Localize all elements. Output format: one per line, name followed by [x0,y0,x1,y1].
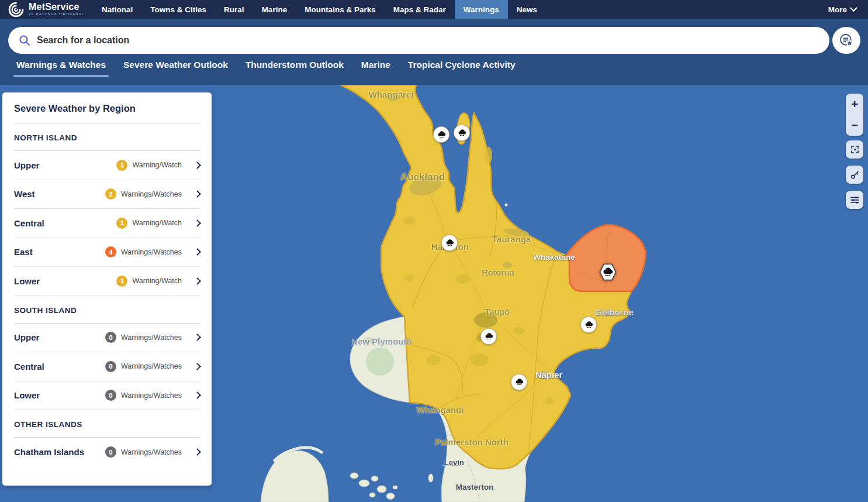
chevron-down-icon [850,4,857,12]
warning-count-badge: 0 [105,446,116,458]
tab-marine[interactable]: Marine [361,60,390,77]
warning-count-badge: 0 [105,332,116,343]
tab-warnings-watches[interactable]: Warnings & Watches [16,60,106,77]
warning-count-badge: 1 [116,276,127,287]
region-row-ni-lower[interactable]: Lower 1Warning/Watch [14,267,200,296]
saved-locations-button[interactable] [832,27,860,54]
nav-item-national[interactable]: National [93,0,141,19]
top-navbar: MetService TE RATONGA TIRORANGI National… [0,0,868,19]
zoom-in-button[interactable]: + [846,94,863,115]
subheader: Warnings & Watches Severe Weather Outloo… [0,19,868,85]
region-row-chatham-islands[interactable]: Chatham Islands 0Warnings/Watches [14,438,200,467]
rain-warning-icon[interactable] [511,374,527,390]
koru-logo-icon [8,2,24,18]
rain-warning-icon[interactable] [441,235,458,251]
warning-count-badge: 1 [116,218,127,229]
region-row-si-upper[interactable]: Upper 0Warnings/Watches [14,324,200,353]
recenter-icon [849,144,860,155]
chevron-right-icon [193,277,201,285]
tab-thunderstorm-outlook[interactable]: Thunderstorm Outlook [245,60,344,77]
chevron-right-icon [193,391,201,399]
warnings-tabbar: Warnings & Watches Severe Weather Outloo… [0,60,868,77]
location-list-star-icon [839,33,854,48]
region-row-ni-central[interactable]: Central 1Warning/Watch [14,209,200,238]
rain-warning-hex-icon[interactable] [597,261,619,283]
chevron-right-icon [193,333,201,341]
key-icon [849,169,860,180]
map-key-button[interactable] [846,166,863,184]
main-nav: National Towns & Cities Rural Marine Mou… [93,0,546,19]
section-other-islands: OTHER ISLANDS [14,410,200,438]
location-search[interactable] [8,27,829,54]
section-south-island: SOUTH ISLAND [14,296,200,324]
rain-warning-icon[interactable] [454,125,470,141]
zoom-control: + − [846,94,863,136]
chevron-right-icon [193,363,201,370]
chevron-right-icon [193,448,201,456]
nav-more-menu[interactable]: More [828,0,868,19]
warning-count-badge: 0 [105,390,116,401]
warning-count-badge: 4 [105,246,116,257]
search-icon [19,35,30,46]
recenter-button[interactable] [846,140,863,159]
warning-count-badge: 0 [105,361,116,372]
region-row-ni-east[interactable]: East 4Warnings/Watches [14,238,200,267]
map-layers-button[interactable] [846,191,863,209]
panel-title: Severe Weather by Region [14,92,200,123]
nav-item-maps-radar[interactable]: Maps & Radar [385,0,455,19]
rain-warning-icon[interactable] [433,126,449,143]
search-input[interactable] [37,35,819,46]
chevron-right-icon [193,190,201,198]
warning-count-badge: 2 [105,188,116,200]
nav-item-news[interactable]: News [508,0,546,19]
rain-warning-icon[interactable] [480,328,497,345]
nav-item-towns-cities[interactable]: Towns & Cities [141,0,215,19]
region-row-si-central[interactable]: Central 0Warnings/Watches [14,352,200,381]
brand-tagline: TE RATONGA TIRORANGI [29,13,84,16]
chevron-right-icon [193,161,201,169]
warning-count-badge: 1 [116,160,127,171]
chevron-right-icon [193,219,201,227]
tab-tropical-cyclone-activity[interactable]: Tropical Cyclone Activity [408,60,516,77]
nav-item-marine[interactable]: Marine [253,0,296,19]
zoom-out-button[interactable]: − [846,115,863,136]
metservice-logo[interactable]: MetService TE RATONGA TIRORANGI [0,0,93,19]
severe-weather-panel: Severe Weather by Region NORTH ISLAND Up… [2,92,212,486]
nav-item-mountains-parks[interactable]: Mountains & Parks [296,0,385,19]
section-north-island: NORTH ISLAND [14,123,200,151]
nav-item-rural[interactable]: Rural [215,0,253,19]
nav-more-label: More [828,5,847,14]
chevron-right-icon [193,248,201,256]
brand-name: MetService [29,2,84,12]
nav-item-warnings[interactable]: Warnings [455,0,508,19]
region-row-si-lower[interactable]: Lower 0Warnings/Watches [14,381,200,411]
search-row [0,19,868,54]
region-row-ni-upper[interactable]: Upper 1Warning/Watch [14,151,200,180]
rain-warning-icon[interactable] [580,317,597,333]
sliders-icon [849,194,860,205]
tab-severe-weather-outlook[interactable]: Severe Weather Outlook [123,60,228,77]
region-row-ni-west[interactable]: West 2Warnings/Watches [14,180,200,209]
